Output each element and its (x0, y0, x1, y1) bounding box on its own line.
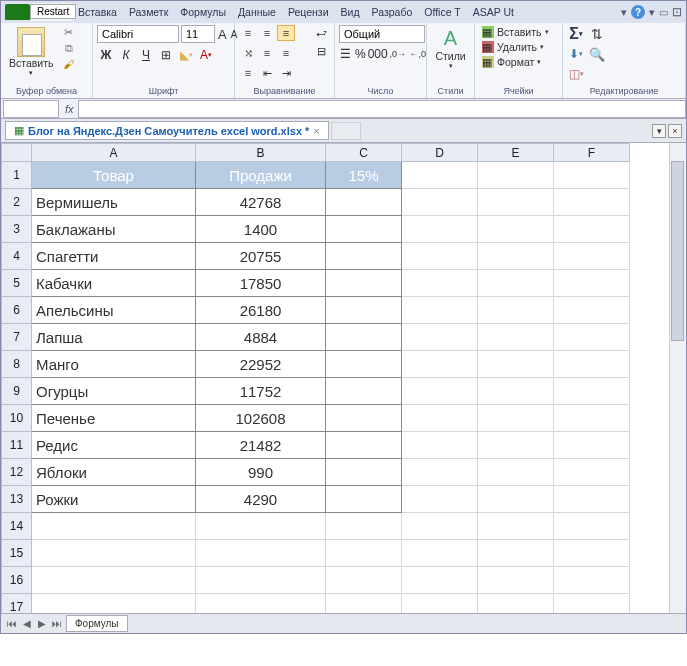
thousands-icon[interactable]: 000 (369, 45, 387, 63)
cell[interactable] (326, 378, 402, 405)
dec-decimal-icon[interactable]: ←,0 (409, 45, 427, 63)
last-sheet-icon[interactable]: ⏭ (50, 617, 64, 631)
row-header[interactable]: 9 (2, 378, 32, 405)
cell[interactable] (326, 567, 402, 594)
ribbon-tab[interactable]: Разрабо (366, 3, 419, 21)
cell[interactable] (554, 243, 630, 270)
cell[interactable] (554, 405, 630, 432)
cell[interactable] (402, 189, 478, 216)
new-tab-button[interactable] (331, 122, 361, 140)
row-header[interactable]: 13 (2, 486, 32, 513)
cell[interactable] (478, 432, 554, 459)
row-header[interactable]: 8 (2, 351, 32, 378)
sheet-tab[interactable]: Формулы (66, 615, 128, 632)
ribbon-tab[interactable]: Вид (335, 3, 366, 21)
cell[interactable] (554, 567, 630, 594)
cell[interactable] (196, 540, 326, 567)
font-size-select[interactable] (181, 25, 215, 43)
row-header[interactable]: 7 (2, 324, 32, 351)
italic-button[interactable]: К (117, 46, 135, 64)
tab-close-icon[interactable]: × (668, 124, 682, 138)
cell[interactable] (326, 594, 402, 614)
cell[interactable] (326, 486, 402, 513)
cell[interactable]: 26180 (196, 297, 326, 324)
cell[interactable] (554, 486, 630, 513)
find-button[interactable]: 🔍 (588, 45, 606, 63)
delete-cells-button[interactable]: ▦Удалить▾ (479, 40, 558, 54)
close-icon[interactable]: × (313, 125, 319, 137)
cell[interactable] (326, 243, 402, 270)
row-header[interactable]: 14 (2, 513, 32, 540)
col-header[interactable]: D (402, 144, 478, 162)
cell[interactable]: Рожки (32, 486, 196, 513)
align-middle-icon[interactable]: ≡ (258, 25, 276, 41)
percent-icon[interactable]: % (354, 45, 367, 63)
ribbon-tab[interactable]: Office T (418, 3, 466, 21)
cell[interactable]: 15% (326, 162, 402, 189)
cell[interactable] (326, 297, 402, 324)
cell[interactable] (402, 594, 478, 614)
cell[interactable] (402, 351, 478, 378)
cell[interactable] (554, 351, 630, 378)
ribbon-tab[interactable]: Разметк (123, 3, 174, 21)
format-cells-button[interactable]: ▦Формат▾ (479, 55, 558, 69)
cell[interactable] (326, 270, 402, 297)
cell[interactable] (402, 243, 478, 270)
cell[interactable]: Вермишель (32, 189, 196, 216)
cell[interactable] (402, 486, 478, 513)
cell[interactable]: 22952 (196, 351, 326, 378)
cell[interactable] (196, 513, 326, 540)
cell[interactable]: Товар (32, 162, 196, 189)
border-button[interactable]: ⊞ (157, 46, 175, 64)
fill-button[interactable]: ⬇▾ (567, 45, 585, 63)
cell[interactable]: 4290 (196, 486, 326, 513)
cell[interactable] (554, 432, 630, 459)
row-header[interactable]: 17 (2, 594, 32, 614)
col-header[interactable]: C (326, 144, 402, 162)
restart-button[interactable]: Restart (30, 4, 76, 19)
minimize-ribbon-icon[interactable]: ▭ (659, 7, 668, 18)
cell[interactable] (32, 594, 196, 614)
cell[interactable] (478, 243, 554, 270)
row-header[interactable]: 5 (2, 270, 32, 297)
doc-tab-active[interactable]: ▦ Блог на Яндекс.Дзен Самоучитель excel … (5, 121, 329, 140)
cell[interactable] (402, 162, 478, 189)
ribbon-tab[interactable]: Рецензи (282, 3, 335, 21)
cell[interactable]: Продажи (196, 162, 326, 189)
merge-button[interactable]: ⊟ (312, 43, 330, 59)
prev-sheet-icon[interactable]: ◀ (20, 617, 34, 631)
row-header[interactable]: 2 (2, 189, 32, 216)
cell[interactable]: 990 (196, 459, 326, 486)
cell[interactable] (196, 594, 326, 614)
ribbon-tab[interactable]: Вставка (72, 3, 123, 21)
cell[interactable]: Огурцы (32, 378, 196, 405)
cell[interactable]: 20755 (196, 243, 326, 270)
cell[interactable] (402, 459, 478, 486)
cell[interactable] (478, 351, 554, 378)
cell[interactable] (402, 567, 478, 594)
indent-dec-icon[interactable]: ⇤ (258, 65, 276, 81)
bold-button[interactable]: Ж (97, 46, 115, 64)
ribbon-tab[interactable]: Данные (232, 3, 282, 21)
cell[interactable] (402, 216, 478, 243)
cell[interactable] (554, 162, 630, 189)
select-all-cell[interactable] (2, 144, 32, 162)
cell[interactable] (326, 432, 402, 459)
cell[interactable] (554, 189, 630, 216)
cell[interactable] (478, 486, 554, 513)
cell[interactable] (402, 297, 478, 324)
grow-font-icon[interactable]: A (217, 25, 228, 43)
file-tab[interactable] (5, 4, 30, 20)
align-top-icon[interactable]: ≡ (239, 25, 257, 41)
cell[interactable] (554, 540, 630, 567)
row-header[interactable]: 12 (2, 459, 32, 486)
underline-button[interactable]: Ч (137, 46, 155, 64)
name-box[interactable] (3, 100, 59, 118)
cell[interactable]: 21482 (196, 432, 326, 459)
cell[interactable]: Печенье (32, 405, 196, 432)
indent-inc-icon[interactable]: ⇥ (277, 65, 295, 81)
row-header[interactable]: 16 (2, 567, 32, 594)
cell[interactable]: Манго (32, 351, 196, 378)
next-sheet-icon[interactable]: ▶ (35, 617, 49, 631)
col-header[interactable]: B (196, 144, 326, 162)
